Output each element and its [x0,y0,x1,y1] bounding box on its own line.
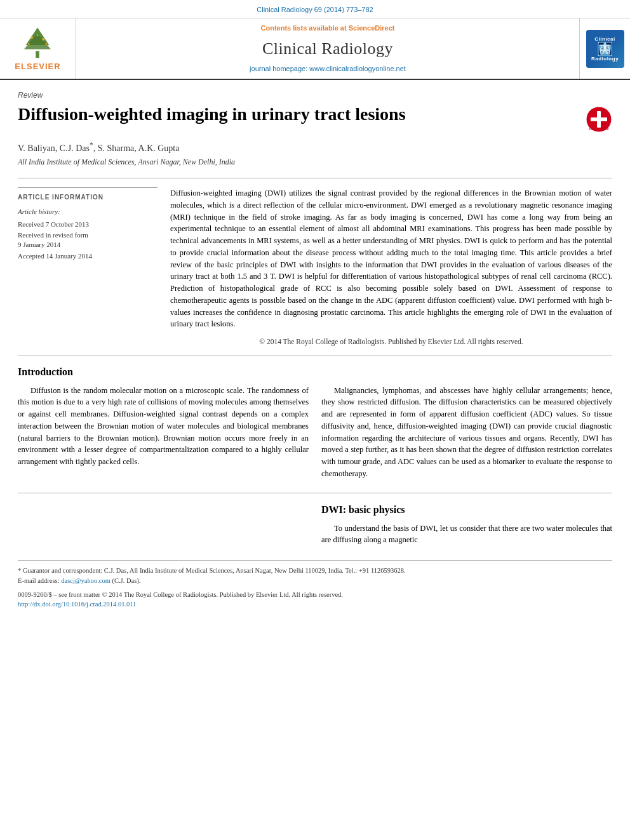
svg-point-4 [43,38,45,41]
article-title-text: Diffusion-weighted imaging in urinary tr… [18,103,586,125]
introduction-heading: Introduction [18,365,612,379]
intro-col-right: Malignancies, lymphomas, and abscesses h… [321,385,612,484]
elsevier-logo: ELSEVIER [15,25,60,72]
journal-reference: Clinical Radiology 69 (2014) 773–782 [257,6,373,13]
doi-link[interactable]: http://dx.doi.org/10.1016/j.crad.2014.01… [18,599,612,610]
svg-rect-11 [591,117,607,121]
badge-line2: Radiology [591,55,619,62]
header-divider [18,178,612,178]
received-date: Received 7 October 2013 [18,220,158,229]
article-history-label: Article history: [18,207,158,217]
affiliation: All India Institute of Medical Sciences,… [18,157,612,168]
issn-line: 0009-9260/$ – see front matter © 2014 Th… [18,590,612,600]
dwi-para-start: To understand the basis of DWI, let us c… [321,523,612,547]
author-list: V. Baliyan, C.J. Das*, S. Sharma, A.K. G… [18,143,179,153]
dwi-section-body: DWI: basic physics To understand the bas… [18,502,612,550]
footnote-email: E-mail address: dascj@yahoo.com (C.J. Da… [18,576,612,586]
journal-title: Clinical Radiology [262,37,393,60]
intro-col-left: Diffusion is the random molecular motion… [18,385,309,484]
authors: V. Baliyan, C.J. Das*, S. Sharma, A.K. G… [18,140,612,154]
introduction-body: Diffusion is the random molecular motion… [18,385,612,484]
journal-logo-badge: Clinical 🩻 Radiology [586,30,624,68]
svg-rect-0 [36,51,40,58]
dwi-heading: DWI: basic physics [321,502,612,517]
intro-para-left: Diffusion is the random molecular motion… [18,385,309,468]
elsevier-brand-name: ELSEVIER [15,61,60,72]
article-title-row: Diffusion-weighted imaging in urinary tr… [18,103,612,133]
svg-point-3 [30,37,33,39]
badge-icon: 🩻 [597,43,613,55]
abstract-body-divider [18,356,612,356]
journal-title-section: Contents lists available at ScienceDirec… [76,18,579,79]
article-info-box: Article Information Article history: Rec… [18,187,158,261]
svg-point-7 [46,43,48,45]
sciencedirect-label: ScienceDirect [349,24,395,32]
article-info-title: Article Information [18,193,158,202]
svg-text:CrossMark: CrossMark [589,127,609,131]
abstract-column: Diffusion-weighted imaging (DWI) utilize… [170,187,612,347]
svg-point-5 [37,34,39,36]
homepage-url[interactable]: www.clinicalradiologyonline.net [309,65,406,72]
corresponding-superscript: * [90,141,93,149]
journal-top-bar: Clinical Radiology 69 (2014) 773–782 [0,0,630,18]
email-label: E-mail address: [18,577,61,584]
intro-dwi-divider [18,493,612,493]
elsevier-tree-icon [15,25,60,60]
crossmark-badge-icon[interactable]: CrossMark [586,106,612,133]
elsevier-logo-section: ELSEVIER [0,18,76,79]
dwi-col-left [18,502,309,550]
journal-homepage: journal homepage: www.clinicalradiologyo… [250,64,406,74]
abstract-text: Diffusion-weighted imaging (DWI) utilize… [170,187,612,330]
svg-point-6 [28,43,30,45]
journal-badge-section: Clinical 🩻 Radiology [579,18,630,79]
journal-header: ELSEVIER Contents lists available at Sci… [0,18,630,80]
footnote-area: * Guarantor and correspondent: C.J. Das,… [18,560,612,610]
revised-date: Received in revised form9 January 2014 [18,230,158,250]
email-link[interactable]: dascj@yahoo.com [61,577,111,584]
main-content: Review Diffusion-weighted imaging in uri… [0,80,630,620]
article-info-abstract-row: Article Information Article history: Rec… [18,187,612,347]
sciencedirect-link[interactable]: Contents lists available at ScienceDirec… [261,23,395,33]
footnote-star: * Guarantor and correspondent: C.J. Das,… [18,566,612,576]
dwi-col-right: DWI: basic physics To understand the bas… [321,502,612,550]
accepted-date: Accepted 14 January 2014 [18,251,158,261]
article-info-column: Article Information Article history: Rec… [18,187,158,347]
article-type: Review [18,90,612,101]
email-suffix: (C.J. Das). [111,577,141,584]
sciencedirect-prefix: Contents lists available at [261,24,349,32]
intro-para-right: Malignancies, lymphomas, and abscesses h… [321,385,612,480]
abstract-copyright: © 2014 The Royal College of Radiologists… [170,337,612,347]
